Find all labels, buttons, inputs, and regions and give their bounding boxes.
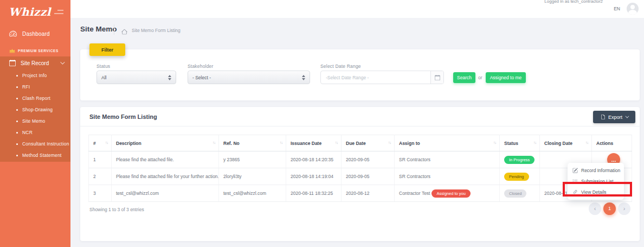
sidebar-item-consultant-instruction[interactable]: Consultant Instruction xyxy=(16,141,69,147)
cell-num: 3 xyxy=(89,185,112,202)
sort-icon[interactable]: ↑↓ xyxy=(388,141,391,144)
table-row: 2 Please find the attached file for your… xyxy=(89,168,632,185)
sidebar-item-site-memo[interactable]: Site Memo xyxy=(16,118,45,124)
search-button[interactable]: Search xyxy=(453,72,475,83)
menu-item-view-details[interactable]: View Details xyxy=(568,187,624,198)
bullet-icon xyxy=(16,155,18,156)
cell-issuance-date: 2020-08-18 14:20:35 xyxy=(286,151,342,168)
table-row: 3 test_csl@whizzl.com test_csl@whizzl.co… xyxy=(89,185,632,202)
site-memo-table: #↑↓ Description↑↓ Ref. No↑↓ Issuance Dat… xyxy=(88,135,632,202)
sort-icon[interactable]: ↑↓ xyxy=(105,141,108,144)
cell-issuance-date: 2020-08-18 14:19:04 xyxy=(286,168,342,185)
top-header-bar: Logged in as tech_contractor2 EN xyxy=(70,0,644,18)
cell-assign-to: SR Contractors xyxy=(395,151,500,168)
list-icon xyxy=(572,179,578,184)
bullet-icon xyxy=(16,98,18,99)
bullet-icon xyxy=(16,109,18,111)
divider xyxy=(80,126,640,126)
crown-icon xyxy=(9,48,15,53)
user-avatar[interactable] xyxy=(627,3,639,15)
bullet-icon xyxy=(16,121,18,122)
cell-assign-to: Contractor TestAssigned to you xyxy=(395,185,500,202)
sort-icon[interactable]: ↑↓ xyxy=(493,141,496,144)
cell-due-date: 2020-09-05 xyxy=(342,168,395,185)
select-caret-icon xyxy=(168,75,171,80)
cell-due-date: 2020-08-12 xyxy=(342,185,395,202)
cell-ref-no: 2loryli3ty xyxy=(219,168,286,185)
status-label: Status xyxy=(96,64,110,69)
sidebar-item-dashboard[interactable]: Dashboard xyxy=(9,30,50,37)
menu-item-record-information[interactable]: Record Information xyxy=(568,165,624,176)
sort-icon[interactable]: ↑↓ xyxy=(212,141,215,144)
sidebar-item-rfi[interactable]: RFI xyxy=(16,84,30,90)
export-button[interactable]: Export xyxy=(593,111,635,123)
column-header-num[interactable]: #↑↓ xyxy=(89,135,112,151)
sidebar-item-clash-report[interactable]: Clash Report xyxy=(16,96,50,101)
column-header-description[interactable]: Description↑↓ xyxy=(112,135,219,151)
home-icon[interactable] xyxy=(121,27,127,37)
date-range-label: Select Date Range xyxy=(320,64,361,69)
cell-ref-no: y 23865 xyxy=(219,151,286,168)
pagination-prev-button[interactable]: ‹ xyxy=(589,202,601,215)
bullet-icon xyxy=(16,75,18,77)
column-header-closing-date[interactable]: Closing Date↑↓ xyxy=(540,135,592,151)
column-header-status[interactable]: Status↑↓ xyxy=(500,135,540,151)
stakeholder-select[interactable]: - Select - xyxy=(188,71,310,84)
menu-item-submission-list[interactable]: Submission List xyxy=(568,176,624,187)
sidebar-item-method-statement[interactable]: Method Statement xyxy=(16,153,62,158)
logged-in-user: Logged in as tech_contractor2 xyxy=(544,0,603,4)
sidebar-item-label: Site Record xyxy=(21,60,49,66)
sidebar-item-site-record[interactable]: Site Record xyxy=(9,60,63,66)
cell-issuance-date: 2020-08-11 18:32:25 xyxy=(286,185,342,202)
sort-icon[interactable]: ↑↓ xyxy=(533,141,536,144)
status-badge: Closed xyxy=(504,189,526,198)
language-selector[interactable]: EN xyxy=(614,6,620,11)
cell-status: In Progress xyxy=(500,151,540,168)
column-header-due-date[interactable]: Due Date↑↓ xyxy=(342,135,395,151)
breadcrumb[interactable]: Site Memo Form Listing xyxy=(132,28,181,33)
pagination-page-1[interactable]: 1 xyxy=(603,202,616,215)
select-caret-icon xyxy=(302,75,305,80)
chevron-down-icon xyxy=(625,115,629,118)
dashboard-icon xyxy=(9,30,17,37)
cell-description: Please find the attached file for your f… xyxy=(112,168,219,185)
listing-title: Site Memo Form Listing xyxy=(89,113,157,120)
assigned-to-me-button[interactable]: Assigned to me xyxy=(486,72,526,83)
link-icon xyxy=(572,189,578,195)
cell-ref-no: test_csl@whizzl.com xyxy=(219,185,286,202)
cell-status: Pending xyxy=(500,168,540,185)
breadcrumb-divider xyxy=(114,24,114,35)
file-icon xyxy=(601,114,606,120)
cell-assign-to: SR Contractors xyxy=(395,168,500,185)
calendar-icon xyxy=(9,60,16,66)
table-header-row: #↑↓ Description↑↓ Ref. No↑↓ Issuance Dat… xyxy=(89,135,632,151)
calendar-icon[interactable] xyxy=(430,71,443,84)
sort-icon[interactable]: ↑↓ xyxy=(585,141,588,144)
pagination: ‹ 1 › xyxy=(589,202,630,215)
bullet-icon xyxy=(16,132,18,134)
date-range-field xyxy=(320,71,444,84)
bullet-icon xyxy=(16,143,18,145)
stakeholder-label: Stakeholder xyxy=(188,64,214,69)
entries-summary: Showing 1 to 3 of 3 entries xyxy=(89,207,144,212)
status-badge: Pending xyxy=(504,173,529,181)
sidebar-toggle-icon[interactable] xyxy=(54,10,63,14)
cell-description: test_csl@whizzl.com xyxy=(112,185,219,202)
column-header-assign-to[interactable]: Assign to↑↓ xyxy=(395,135,500,151)
status-select[interactable]: All xyxy=(96,71,176,84)
sidebar-item-shop-drawing[interactable]: Shop-Drawing xyxy=(16,107,53,112)
pagination-next-button[interactable]: › xyxy=(618,202,630,215)
sort-icon[interactable]: ↑↓ xyxy=(335,141,338,144)
cell-due-date: 2020-09-05 xyxy=(342,151,395,168)
column-header-ref-no[interactable]: Ref. No↑↓ xyxy=(219,135,286,151)
site-memo-listing-card: Site Memo Form Listing Export #↑↓ Descri… xyxy=(80,107,640,241)
column-header-issuance-date[interactable]: Issuance Date↑↓ xyxy=(286,135,342,151)
sidebar-item-project-info[interactable]: Project Info xyxy=(16,73,47,78)
date-range-input[interactable] xyxy=(321,71,430,84)
filter-button[interactable]: Filter xyxy=(89,43,125,56)
table-row: 1 Please find the attached file. y 23865… xyxy=(89,151,632,168)
sort-icon[interactable]: ↑↓ xyxy=(280,141,282,144)
sidebar-item-ncr[interactable]: NCR xyxy=(16,130,33,135)
filter-panel: Status All Stakeholder - Select - Select… xyxy=(80,49,640,100)
sidebar-item-label: Dashboard xyxy=(22,31,50,37)
